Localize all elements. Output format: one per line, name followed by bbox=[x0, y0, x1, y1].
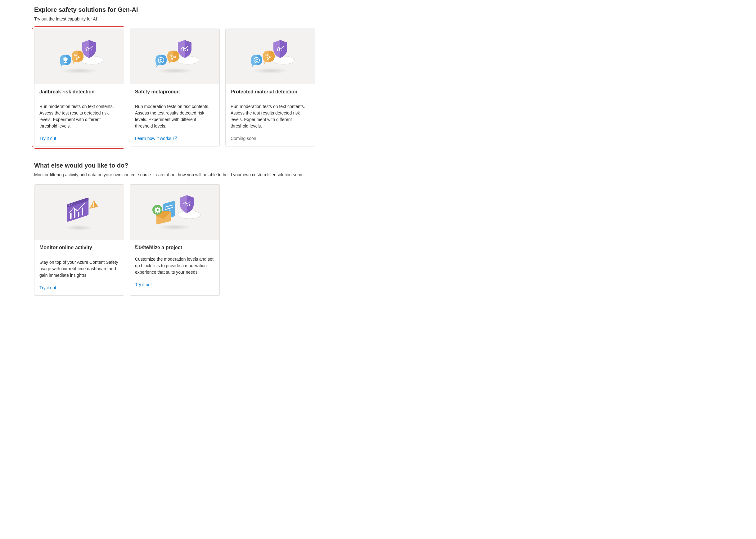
link-label: Learn how it works bbox=[135, 136, 171, 141]
safety-icon-cluster bbox=[54, 36, 104, 77]
shadow-icon bbox=[252, 68, 289, 74]
card-illustration bbox=[35, 29, 124, 84]
customize-icon-cluster bbox=[148, 192, 201, 232]
svg-point-4 bbox=[63, 57, 68, 60]
card-title: Monitor online activity bbox=[39, 245, 119, 251]
card-illustration: C bbox=[226, 29, 315, 84]
card-jailbreak-risk-detection[interactable]: Jailbreak risk detection Run moderation … bbox=[34, 29, 124, 146]
card-monitor-online-activity[interactable]: Monitor online activity Stay on top of y… bbox=[34, 184, 124, 296]
svg-text:C: C bbox=[160, 58, 163, 63]
svg-text:C: C bbox=[256, 58, 258, 63]
shadow-icon bbox=[158, 224, 192, 230]
card-body: Jailbreak risk detection Run moderation … bbox=[35, 84, 124, 146]
explore-section-subtitle: Try out the latest capability for AI bbox=[34, 16, 722, 22]
external-link-icon bbox=[173, 136, 178, 141]
card-customize-a-project[interactable]: Customize a project PREVIEW Customize th… bbox=[130, 184, 220, 296]
card-description: Run moderation tests on text contents. A… bbox=[135, 103, 214, 129]
svg-point-7 bbox=[66, 61, 67, 62]
safety-icon-cluster: C bbox=[246, 36, 295, 77]
more-cards-row: Monitor online activity Stay on top of y… bbox=[34, 184, 722, 296]
shadow-icon bbox=[65, 225, 93, 231]
card-description: Stay on top of your Azure Content Safety… bbox=[39, 259, 119, 279]
svg-point-39 bbox=[157, 209, 159, 211]
monitor-icon-cluster bbox=[57, 192, 101, 232]
card-body: Customize a project PREVIEW Customize th… bbox=[130, 240, 219, 292]
card-description: Customize the moderation levels and set … bbox=[135, 256, 214, 275]
card-illustration bbox=[130, 185, 219, 240]
learn-how-it-works-link[interactable]: Learn how it works bbox=[135, 136, 178, 141]
card-body: Safety metaprompt Run moderation tests o… bbox=[130, 84, 219, 146]
svg-point-6 bbox=[64, 61, 65, 62]
card-body: Protected material detection Run moderat… bbox=[226, 84, 315, 146]
shadow-icon bbox=[60, 68, 98, 74]
coming-soon-label: Coming soon bbox=[231, 136, 256, 141]
try-it-out-link[interactable]: Try it out bbox=[39, 136, 56, 141]
try-it-out-link[interactable]: Try it out bbox=[39, 285, 56, 290]
safety-icon-cluster: C bbox=[150, 36, 199, 77]
card-title: Jailbreak risk detection bbox=[39, 89, 119, 95]
warning-triangle-icon bbox=[88, 200, 99, 211]
card-body: Monitor online activity Stay on top of y… bbox=[35, 240, 124, 295]
gear-icon bbox=[151, 204, 163, 216]
card-protected-material-detection[interactable]: C Protected material detection Run moder… bbox=[225, 29, 315, 146]
card-title: Safety metaprompt bbox=[135, 89, 214, 95]
more-section-subtitle: Monitor filtering activity and data on y… bbox=[34, 172, 722, 178]
svg-rect-5 bbox=[64, 60, 67, 63]
card-description: Run moderation tests on text contents. A… bbox=[231, 103, 310, 129]
card-title: Protected material detection bbox=[231, 89, 310, 95]
explore-cards-row: Jailbreak risk detection Run moderation … bbox=[34, 29, 722, 146]
card-illustration bbox=[35, 185, 124, 240]
try-it-out-link[interactable]: Try it out bbox=[135, 282, 152, 287]
chat-bubble-blue-icon bbox=[58, 53, 73, 68]
shield-icon bbox=[178, 194, 195, 214]
chat-bubble-blue-icon: C bbox=[249, 53, 264, 68]
card-illustration: C bbox=[130, 29, 219, 84]
explore-section-title: Explore safety solutions for Gen-AI bbox=[34, 6, 722, 13]
card-safety-metaprompt[interactable]: C Safety metaprompt Run moderation tests… bbox=[130, 29, 220, 146]
card-description: Run moderation tests on text contents. A… bbox=[39, 103, 119, 129]
chat-bubble-blue-icon: C bbox=[154, 53, 169, 68]
more-section-title: What else would you like to do? bbox=[34, 162, 722, 169]
shadow-icon bbox=[156, 68, 193, 74]
